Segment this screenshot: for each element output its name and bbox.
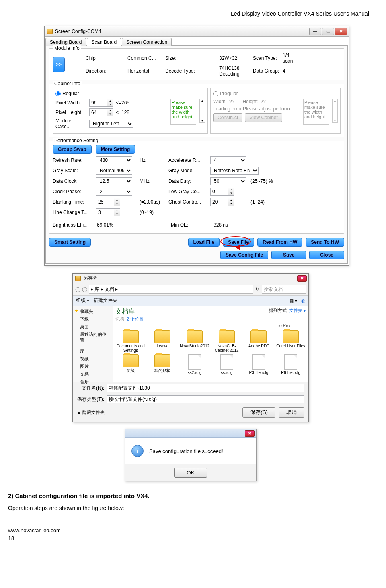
confirm-dialog: ✕ i Save configuration file succeed! OK — [125, 429, 257, 481]
load-file-button[interactable]: Load File — [188, 238, 220, 247]
ghost-control-input[interactable] — [210, 198, 228, 206]
nav-pictures[interactable]: 图片 — [74, 363, 111, 370]
save-button[interactable]: Save — [271, 251, 306, 259]
data-clock-select[interactable]: 12.5 — [96, 177, 132, 185]
expand-button[interactable]: >> — [53, 57, 65, 72]
file-item[interactable]: Leawo — [148, 330, 178, 353]
library-locations-link[interactable]: 2 个位置 — [127, 316, 144, 321]
more-setting-button[interactable]: More Setting — [96, 145, 136, 154]
folder-icon — [75, 276, 81, 281]
accelerate-select[interactable]: 4 — [210, 156, 246, 164]
minimize-button[interactable]: — — [309, 28, 321, 35]
refresh-rate-select[interactable]: 480 — [96, 156, 132, 164]
spinner-icon[interactable]: ▲▼ — [114, 198, 120, 206]
page-number: 18 — [8, 535, 373, 541]
nav-documents[interactable]: 文档 — [74, 370, 111, 378]
save-as-close-button[interactable]: ✕ — [297, 275, 307, 282]
address-bar[interactable]: ▸ 库 ▸ 文档 ▸ — [89, 285, 253, 294]
file-item[interactable]: 便笺 — [115, 354, 146, 375]
nav-favorites[interactable]: 收藏夹 — [74, 308, 111, 315]
file-item[interactable]: ss2.rcfg — [179, 354, 210, 375]
nav-libraries[interactable]: 库 — [74, 347, 111, 355]
save-config-file-button[interactable]: Save Config File — [220, 251, 268, 259]
file-item[interactable]: Corel User Files — [275, 330, 306, 353]
spinner-icon[interactable]: ▲▼ — [228, 188, 234, 196]
line-change-label: Line Change T... — [53, 210, 93, 215]
back-icon[interactable]: ◯ — [75, 286, 80, 292]
send-to-hw-button[interactable]: Send To HW — [306, 238, 344, 247]
file-item[interactable]: NovaStudio2012 — [179, 330, 210, 353]
file-item[interactable]: Documents and Settings — [115, 330, 146, 353]
forward-icon[interactable]: ◯ — [82, 286, 87, 292]
section-heading: 2) Cabinet configuration file is importe… — [8, 492, 373, 499]
search-input[interactable]: 搜索 文档 — [262, 285, 306, 294]
file-item[interactable]: ss.rcfg — [211, 354, 242, 375]
construct-button[interactable]: Construct — [213, 113, 242, 122]
spinner-icon[interactable]: ▲▼ — [107, 108, 113, 116]
gray-mode-select[interactable]: Refresh Rate First — [210, 167, 259, 175]
regular-radio[interactable] — [55, 91, 61, 96]
arrange-label: 排列方式: — [269, 308, 288, 313]
close2-button[interactable]: Close — [309, 251, 344, 259]
save-as-save-button[interactable]: 保存(S) — [242, 407, 275, 418]
close-button[interactable]: ✕ — [335, 28, 347, 35]
clock-phase-select[interactable]: 2 — [96, 188, 132, 196]
module-casc-select[interactable]: Right to Left — [89, 120, 133, 128]
nav-recent[interactable]: 最近访问的位置 — [74, 331, 111, 344]
brightness-eff-label: Brightness Effi... — [53, 222, 93, 228]
data-duty-select[interactable]: 50 — [210, 177, 246, 185]
smart-setting-button[interactable]: Smart Setting — [49, 238, 91, 247]
spinner-icon[interactable]: ▲▼ — [107, 99, 113, 107]
hide-folders-toggle[interactable]: ▲ 隐藏文件夹 — [77, 410, 105, 416]
confirm-close-button[interactable]: ✕ — [245, 430, 255, 437]
read-from-hw-button[interactable]: Read From HW — [257, 238, 302, 247]
size-label: Size: — [165, 55, 218, 61]
spinner-icon[interactable]: ▲▼ — [114, 208, 120, 216]
nav-tree[interactable]: 收藏夹 下载 桌面 最近访问的位置 库 视频 图片 文档 音乐 — [73, 306, 113, 382]
tab-scan-board[interactable]: Scan Board — [87, 38, 121, 46]
refresh-icon[interactable]: ↻ — [255, 286, 260, 292]
help-icon[interactable]: ◐ — [301, 298, 305, 304]
tab-screen-connection[interactable]: Screen Connection — [122, 38, 172, 46]
file-item[interactable]: P6-file.rcfg — [275, 354, 306, 375]
scrollbar[interactable]: ▲▼ — [199, 99, 205, 123]
arrange-value[interactable]: 文件夹 ▾ — [289, 308, 306, 313]
direction-value: Horizontal — [127, 68, 164, 74]
window-title: Screen Config-COM4 — [55, 29, 101, 34]
line-change-input[interactable] — [96, 208, 114, 216]
spinner-icon[interactable]: ▲▼ — [228, 198, 234, 206]
datagroup-label: Data Group: — [253, 68, 281, 74]
view-icon[interactable]: ▦ ▾ — [289, 298, 297, 304]
irregular-radio[interactable] — [213, 91, 218, 96]
save-as-cancel-button[interactable]: 取消 — [279, 407, 304, 418]
min-oe-label: Min OE: — [171, 222, 209, 228]
file-item[interactable]: 我的形状 — [148, 354, 178, 375]
file-item[interactable]: P3-file.rcfg — [244, 354, 274, 375]
view-cabinet-button[interactable]: View Cabinet — [245, 113, 282, 122]
file-item[interactable]: NovaCLB-Cabinet 2012 — [211, 330, 242, 353]
blanking-time-label: Blanking Time: — [53, 199, 93, 205]
nav-desktop[interactable]: 桌面 — [74, 323, 111, 331]
data-clock-label: Data Clock: — [53, 178, 93, 184]
ok-button[interactable]: OK — [174, 468, 207, 478]
low-gray-input[interactable] — [210, 188, 228, 196]
nav-downloads[interactable]: 下载 — [74, 315, 111, 323]
tab-sending-board[interactable]: Sending Board — [45, 38, 86, 46]
refresh-rate-unit: Hz — [140, 157, 165, 163]
gray-scale-select[interactable]: Normal 4096 — [96, 167, 132, 175]
nav-videos[interactable]: 视频 — [74, 355, 111, 363]
pixel-width-input[interactable] — [89, 99, 107, 107]
pixel-height-input[interactable] — [89, 108, 107, 116]
new-folder-button[interactable]: 新建文件夹 — [93, 297, 117, 304]
gray-mode-label: Gray Mode: — [168, 168, 207, 174]
organize-menu[interactable]: 组织 ▾ — [76, 297, 89, 304]
maximize-button[interactable]: ▭ — [322, 28, 334, 35]
filename-input[interactable] — [107, 384, 304, 392]
scrollbar[interactable]: ▲▼ — [332, 99, 338, 123]
blanking-time-input[interactable] — [96, 198, 114, 206]
nav-music[interactable]: 音乐 — [74, 378, 111, 386]
group-swap-button[interactable]: Group Swap — [53, 145, 92, 154]
filetype-input[interactable] — [107, 395, 304, 403]
cabinet-info-legend: Cabinet Info — [53, 81, 82, 86]
file-item[interactable]: Adobe PDF — [244, 330, 274, 353]
